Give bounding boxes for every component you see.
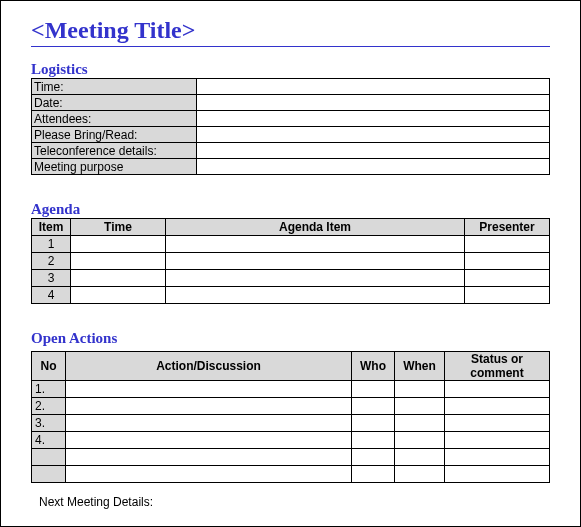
actions-row-when[interactable]	[395, 466, 445, 483]
logistics-table: Time: Date: Attendees: Please Bring/Read…	[31, 78, 550, 175]
logistics-heading: Logistics	[31, 61, 550, 78]
actions-row-no	[32, 449, 66, 466]
actions-row-status[interactable]	[445, 449, 550, 466]
table-row: 2	[32, 253, 550, 270]
actions-row-action[interactable]	[66, 449, 352, 466]
table-row: Please Bring/Read:	[32, 127, 550, 143]
actions-row-who[interactable]	[352, 415, 395, 432]
actions-row-no: 4.	[32, 432, 66, 449]
agenda-row-presenter[interactable]	[465, 236, 550, 253]
table-row: Teleconference details:	[32, 143, 550, 159]
table-row: 3	[32, 270, 550, 287]
agenda-row-time[interactable]	[71, 236, 166, 253]
agenda-row-time[interactable]	[71, 270, 166, 287]
actions-header-when: When	[395, 352, 445, 381]
actions-row-status[interactable]	[445, 466, 550, 483]
table-row: Attendees:	[32, 111, 550, 127]
agenda-row-presenter[interactable]	[465, 270, 550, 287]
actions-row-when[interactable]	[395, 381, 445, 398]
actions-header-status: Status or comment	[445, 352, 550, 381]
open-actions-heading: Open Actions	[31, 330, 550, 347]
actions-row-action[interactable]	[66, 466, 352, 483]
table-row: 4.	[32, 432, 550, 449]
agenda-table: Item Time Agenda Item Presenter 1 2 3 4	[31, 218, 550, 304]
agenda-row-presenter[interactable]	[465, 253, 550, 270]
agenda-header-agenda-item: Agenda Item	[166, 219, 465, 236]
agenda-row-no: 2	[32, 253, 71, 270]
actions-row-status[interactable]	[445, 432, 550, 449]
actions-row-who[interactable]	[352, 449, 395, 466]
agenda-row-item[interactable]	[166, 270, 465, 287]
agenda-row-item[interactable]	[166, 287, 465, 304]
actions-row-when[interactable]	[395, 432, 445, 449]
actions-row-action[interactable]	[66, 381, 352, 398]
agenda-row-no: 1	[32, 236, 71, 253]
table-row: Date:	[32, 95, 550, 111]
logistics-value[interactable]	[197, 111, 550, 127]
logistics-label: Meeting purpose	[32, 159, 197, 175]
agenda-row-time[interactable]	[71, 287, 166, 304]
logistics-value[interactable]	[197, 127, 550, 143]
table-row: 1	[32, 236, 550, 253]
logistics-value[interactable]	[197, 159, 550, 175]
table-row	[32, 449, 550, 466]
actions-row-when[interactable]	[395, 449, 445, 466]
actions-row-no	[32, 466, 66, 483]
actions-row-no: 3.	[32, 415, 66, 432]
actions-row-action[interactable]	[66, 415, 352, 432]
actions-row-action[interactable]	[66, 398, 352, 415]
actions-row-when[interactable]	[395, 398, 445, 415]
actions-row-no: 1.	[32, 381, 66, 398]
actions-row-when[interactable]	[395, 415, 445, 432]
document-page: <Meeting Title> Logistics Time: Date: At…	[0, 0, 581, 527]
actions-header-action: Action/Discussion	[66, 352, 352, 381]
table-row: 1.	[32, 381, 550, 398]
actions-row-status[interactable]	[445, 415, 550, 432]
table-row	[32, 466, 550, 483]
table-row: 4	[32, 287, 550, 304]
agenda-row-presenter[interactable]	[465, 287, 550, 304]
agenda-row-no: 4	[32, 287, 71, 304]
actions-row-who[interactable]	[352, 432, 395, 449]
table-header-row: No Action/Discussion Who When Status or …	[32, 352, 550, 381]
next-meeting-label: Next Meeting Details:	[39, 495, 550, 509]
table-row: Meeting purpose	[32, 159, 550, 175]
agenda-row-time[interactable]	[71, 253, 166, 270]
open-actions-table: No Action/Discussion Who When Status or …	[31, 351, 550, 483]
agenda-row-no: 3	[32, 270, 71, 287]
agenda-header-time: Time	[71, 219, 166, 236]
actions-row-status[interactable]	[445, 381, 550, 398]
logistics-label: Date:	[32, 95, 197, 111]
actions-row-status[interactable]	[445, 398, 550, 415]
logistics-label: Teleconference details:	[32, 143, 197, 159]
actions-row-who[interactable]	[352, 381, 395, 398]
actions-row-action[interactable]	[66, 432, 352, 449]
logistics-value[interactable]	[197, 95, 550, 111]
agenda-header-item: Item	[32, 219, 71, 236]
table-row: Time:	[32, 79, 550, 95]
actions-row-no: 2.	[32, 398, 66, 415]
actions-header-no: No	[32, 352, 66, 381]
table-row: 3.	[32, 415, 550, 432]
agenda-heading: Agenda	[31, 201, 550, 218]
agenda-row-item[interactable]	[166, 236, 465, 253]
table-header-row: Item Time Agenda Item Presenter	[32, 219, 550, 236]
logistics-label: Time:	[32, 79, 197, 95]
actions-row-who[interactable]	[352, 398, 395, 415]
logistics-label: Please Bring/Read:	[32, 127, 197, 143]
actions-row-who[interactable]	[352, 466, 395, 483]
logistics-value[interactable]	[197, 79, 550, 95]
logistics-value[interactable]	[197, 143, 550, 159]
actions-header-who: Who	[352, 352, 395, 381]
agenda-row-item[interactable]	[166, 253, 465, 270]
meeting-title[interactable]: <Meeting Title>	[31, 17, 550, 47]
agenda-header-presenter: Presenter	[465, 219, 550, 236]
logistics-label: Attendees:	[32, 111, 197, 127]
table-row: 2.	[32, 398, 550, 415]
